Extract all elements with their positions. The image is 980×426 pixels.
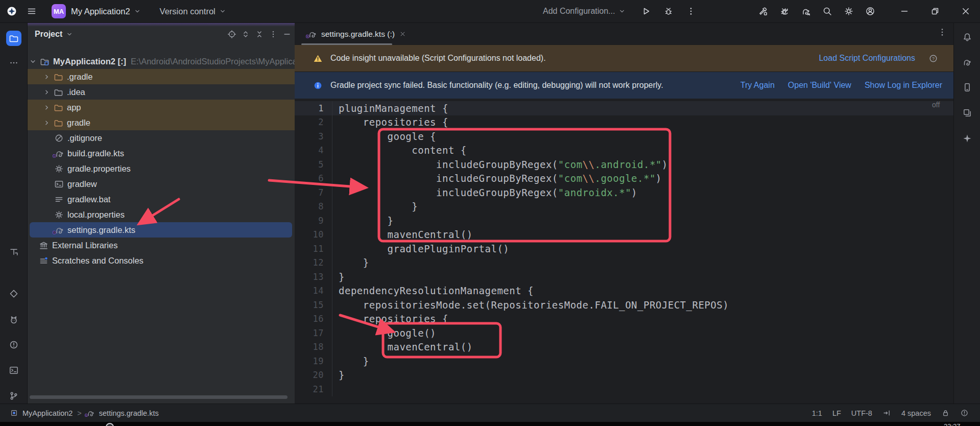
highlighting-level-widget[interactable]: off (932, 101, 940, 109)
code-line-6[interactable]: 6 includeGroupByRegex("com\\.google.*") (295, 172, 953, 186)
code-line-19[interactable]: 19 } (295, 354, 953, 368)
taskbar-app-icon[interactable] (106, 423, 114, 426)
close-tab-icon[interactable] (399, 31, 406, 37)
code-line-8[interactable]: 8 } (295, 200, 953, 214)
code-line-11[interactable]: 11 gradlePluginPortal() (295, 242, 953, 256)
tree-item--idea[interactable]: .idea (28, 84, 295, 100)
try-again-link[interactable]: Try Again (740, 81, 775, 90)
gradle-kts-file-icon: K (86, 409, 94, 417)
code-line-12[interactable]: 12 } (295, 256, 953, 270)
tree-item--gitignore[interactable]: .gitignore (28, 130, 295, 146)
tree-item-myapplication2-[interactable]: MyApplication2 [:]E:\Android\AndroidStud… (28, 54, 295, 69)
line-number: 16 (295, 312, 332, 326)
chevron-right-icon[interactable] (42, 119, 51, 127)
main-menu-icon[interactable] (22, 3, 41, 20)
code-line-3[interactable]: 3 google { (295, 129, 953, 144)
tree-item-external-libraries[interactable]: External Libraries (28, 238, 295, 253)
breadcrumb-file[interactable]: settings.gradle.kts (99, 409, 159, 417)
info-icon (313, 81, 323, 90)
code-editor[interactable]: 1pluginManagement {2 repositories {3 goo… (295, 99, 953, 404)
lock-icon[interactable] (941, 409, 950, 417)
locate-file-icon[interactable] (225, 27, 238, 41)
app-inspection-icon[interactable] (6, 286, 21, 301)
gradle-icon[interactable] (960, 55, 975, 70)
encoding-widget[interactable]: UTF-8 (851, 409, 872, 417)
code-line-1[interactable]: 1pluginManagement { (295, 101, 953, 115)
sync-project-icon[interactable] (796, 3, 816, 20)
debug-button[interactable] (659, 3, 678, 20)
code-line-14[interactable]: 14dependencyResolutionManagement { (295, 284, 953, 298)
gemini-icon[interactable] (960, 131, 975, 146)
tree-item-gradlew[interactable]: gradlew (28, 176, 295, 192)
code-line-20[interactable]: 20} (295, 368, 953, 383)
tree-item-gradle-properties[interactable]: gradle.properties (28, 161, 295, 176)
load-script-configurations-link[interactable]: Load Script Configurations (819, 54, 915, 63)
expand-all-icon[interactable] (238, 27, 252, 41)
settings-icon[interactable] (839, 3, 858, 20)
window-minimize-button[interactable] (890, 0, 919, 23)
project-switcher[interactable]: My Application2 (71, 7, 141, 16)
version-control-icon[interactable] (6, 388, 21, 404)
error-widget-icon[interactable] (960, 409, 969, 417)
more-actions-kebab-icon[interactable] (681, 3, 701, 20)
logcat-icon[interactable] (6, 312, 21, 327)
code-line-13[interactable]: 13} (295, 270, 953, 284)
structure-icon[interactable] (6, 244, 21, 259)
chevron-right-icon[interactable] (42, 88, 51, 97)
show-log-in-explorer-link[interactable]: Show Log in Explorer (865, 81, 942, 90)
options-kebab-icon[interactable] (266, 27, 280, 41)
running-devices-icon[interactable] (960, 80, 975, 95)
account-icon[interactable] (861, 3, 880, 20)
project-view-selector[interactable]: Project (35, 30, 62, 39)
code-line-7[interactable]: 7 includeGroupByRegex("androidx.*") (295, 185, 953, 200)
search-everywhere-icon[interactable] (818, 3, 837, 20)
code-line-4[interactable]: 4 content { (295, 144, 953, 158)
indent-widget[interactable]: 4 spaces (901, 409, 931, 417)
breadcrumb-project[interactable]: MyApplication2 (22, 409, 73, 417)
tree-item-build-gradle-kts[interactable]: Kbuild.gradle.kts (28, 146, 295, 161)
caret-position-widget[interactable]: 1:1 (812, 409, 822, 417)
profiler-icon[interactable] (775, 3, 794, 20)
add-configuration-button[interactable]: Add Configuration... (543, 7, 615, 16)
project-tool-icon[interactable] (6, 31, 21, 46)
window-restore-button[interactable] (921, 0, 949, 23)
tree-item-gradlew-bat[interactable]: gradlew.bat (28, 192, 295, 207)
hide-panel-icon[interactable] (280, 27, 294, 41)
code-line-15[interactable]: 15 repositoriesMode.set(RepositoriesMode… (295, 298, 953, 312)
version-control-menu[interactable]: Version control (160, 7, 227, 16)
editor-tab-settings-gradle[interactable]: K settings.gradle.kts (:) (301, 23, 413, 45)
more-tool-windows-icon[interactable] (6, 55, 21, 70)
code-line-5[interactable]: 5 includeGroupByRegex("com\\.android.*") (295, 157, 953, 172)
notifications-icon[interactable] (960, 30, 975, 45)
code-line-21[interactable]: 21 (295, 382, 953, 396)
tree-item-scratches-and-consoles[interactable]: Scratches and Consoles (28, 253, 295, 268)
indent-icon[interactable] (882, 409, 891, 417)
build-icon[interactable] (753, 3, 773, 20)
build-variants-icon[interactable] (960, 105, 975, 121)
code-line-2[interactable]: 2 repositories { (295, 115, 953, 130)
tree-item--gradle[interactable]: .gradle (28, 69, 295, 84)
line-separator-widget[interactable]: LF (832, 409, 841, 417)
tree-item-settings-gradle-kts[interactable]: Ksettings.gradle.kts (28, 222, 295, 238)
collapse-all-icon[interactable] (252, 27, 266, 41)
window-close-button[interactable] (951, 0, 980, 23)
problems-icon[interactable] (6, 337, 21, 352)
open-build-view-link[interactable]: Open 'Build' View (788, 81, 851, 90)
breadcrumb: MyApplication2 > K settings.gradle.kts (10, 409, 159, 417)
chevron-right-icon[interactable] (42, 73, 51, 81)
code-line-18[interactable]: 18 mavenCentral() (295, 340, 953, 354)
run-button[interactable] (636, 3, 656, 20)
tree-item-local-properties[interactable]: local.properties (28, 207, 295, 222)
help-icon[interactable]: ? (928, 54, 938, 63)
code-line-16[interactable]: 16 repositories { (295, 312, 953, 326)
chevron-right-icon[interactable] (42, 103, 51, 112)
code-line-17[interactable]: 17 google() (295, 326, 953, 340)
project-horizontal-scrollbar[interactable] (30, 395, 288, 399)
code-line-10[interactable]: 10 mavenCentral() (295, 228, 953, 242)
code-line-9[interactable]: 9 } (295, 214, 953, 228)
editor-options-kebab-icon[interactable] (937, 27, 947, 37)
chevron-down-icon[interactable] (29, 57, 37, 66)
terminal-icon[interactable] (6, 363, 21, 378)
tree-item-gradle[interactable]: gradle (28, 115, 295, 130)
tree-item-app[interactable]: app (28, 100, 295, 115)
